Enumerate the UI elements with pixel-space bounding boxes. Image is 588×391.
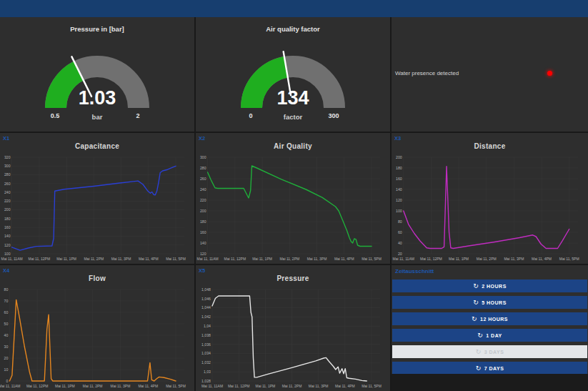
svg-text:Mai 11, 11AM: Mai 11, 11AM — [0, 384, 20, 388]
svg-text:Mai 11, 1PM: Mai 11, 1PM — [55, 384, 75, 388]
svg-text:180: 180 — [200, 219, 206, 224]
svg-text:Mai 11, 4PM: Mai 11, 4PM — [138, 384, 158, 388]
air-quality-chart[interactable]: 300280260240220200180160140120Mai 11, 11… — [196, 152, 390, 263]
panel-tag-x1: X1 — [3, 135, 9, 142]
pressure-chart[interactable]: 1,0481,0461,0441,0421,041,0381,0361,0341… — [196, 284, 390, 390]
svg-text:Mai 11, 2PM: Mai 11, 2PM — [477, 257, 497, 261]
svg-text:Mai 11, 1PM: Mai 11, 1PM — [449, 257, 469, 261]
svg-text:Mai 11, 5PM: Mai 11, 5PM — [362, 257, 382, 261]
top-nav-bar — [0, 0, 588, 17]
time-range-button-1-day[interactable]: ↻ 1 DAY — [392, 329, 587, 342]
distance-chart-panel: X3 Distance 20018016014012010080604020Ma… — [392, 133, 588, 264]
air-quality-gauge-panel: Air quality factor 1340300factor — [196, 17, 390, 132]
refresh-icon: ↻ — [473, 300, 479, 306]
svg-text:Mai 11, 5PM: Mai 11, 5PM — [166, 384, 186, 388]
svg-text:80: 80 — [398, 219, 402, 224]
svg-text:180: 180 — [396, 166, 402, 170]
svg-text:Mai 11, 1PM: Mai 11, 1PM — [255, 384, 275, 388]
svg-text:Mai 11, 11AM: Mai 11, 11AM — [1, 257, 23, 261]
svg-text:1,034: 1,034 — [201, 351, 211, 355]
svg-text:Mai 11, 5PM: Mai 11, 5PM — [362, 384, 382, 388]
svg-text:160: 160 — [200, 230, 206, 234]
time-range-button-2-hours[interactable]: ↻ 2 HOURS — [392, 279, 587, 292]
svg-text:200: 200 — [4, 207, 11, 212]
pressure-chart-panel: X5 Pressure 1,0481,0461,0441,0421,041,03… — [196, 265, 390, 391]
svg-text:Mai 11, 3PM: Mai 11, 3PM — [504, 257, 524, 261]
svg-text:140: 140 — [200, 241, 206, 245]
air-quality-gauge: 1340300factor — [196, 17, 390, 132]
svg-text:80: 80 — [4, 287, 9, 292]
svg-text:1,03: 1,03 — [204, 370, 211, 374]
refresh-icon: ↻ — [476, 349, 482, 355]
pressure-gauge-panel: Pressure in [bar] 1.030.52bar — [0, 17, 194, 132]
water-presence-label: Water presence detected — [395, 70, 459, 76]
svg-text:Mai 11, 12PM: Mai 11, 12PM — [228, 384, 249, 388]
refresh-icon: ↻ — [472, 316, 477, 322]
svg-text:1,028: 1,028 — [201, 379, 211, 383]
time-range-button-label: 1 DAY — [486, 333, 502, 338]
pressure-gauge: 1.030.52bar — [0, 17, 194, 132]
svg-text:0: 0 — [249, 112, 252, 119]
svg-text:240: 240 — [200, 187, 206, 192]
flow-chart[interactable]: 80706050403020100Mai 11, 11AMMai 11, 12P… — [0, 284, 194, 390]
svg-text:Mai 11, 4PM: Mai 11, 4PM — [334, 257, 354, 261]
svg-text:280: 280 — [200, 166, 206, 170]
distance-chart-title: Distance — [392, 142, 588, 152]
time-range-button-label: 3 DAYS — [484, 350, 504, 355]
svg-text:Mai 11, 2PM: Mai 11, 2PM — [282, 384, 302, 388]
svg-text:Mai 11, 1PM: Mai 11, 1PM — [252, 257, 272, 261]
water-presence-row: Water presence detected — [392, 70, 588, 76]
panel-bottom-strip — [392, 374, 588, 391]
svg-text:20: 20 — [4, 356, 9, 360]
pressure-gauge-title: Pressure in [bar] — [0, 25, 194, 33]
svg-text:60: 60 — [4, 310, 9, 315]
time-range-button-label: 2 HOURS — [482, 284, 507, 289]
svg-text:1,04: 1,04 — [204, 324, 211, 328]
svg-text:140: 140 — [396, 187, 402, 192]
svg-text:260: 260 — [4, 182, 11, 186]
svg-text:70: 70 — [4, 299, 9, 303]
svg-text:Mai 11, 12PM: Mai 11, 12PM — [420, 257, 442, 261]
svg-text:120: 120 — [200, 252, 206, 256]
svg-text:140: 140 — [4, 234, 11, 238]
svg-text:bar: bar — [92, 113, 103, 121]
capacitance-chart-title: Capacitance — [0, 142, 194, 152]
svg-text:320: 320 — [4, 155, 11, 159]
svg-text:280: 280 — [4, 172, 11, 177]
svg-text:0: 0 — [6, 379, 9, 383]
flow-chart-panel: X4 Flow 80706050403020100Mai 11, 11AMMai… — [0, 265, 194, 391]
svg-text:1,042: 1,042 — [201, 315, 211, 319]
svg-text:Mai 11, 2PM: Mai 11, 2PM — [84, 257, 104, 261]
time-range-button-12-hours[interactable]: ↻ 12 HOURS — [392, 312, 587, 325]
svg-text:240: 240 — [4, 190, 11, 194]
svg-text:260: 260 — [200, 177, 206, 181]
svg-text:60: 60 — [398, 230, 402, 234]
svg-text:220: 220 — [200, 198, 206, 202]
svg-text:Mai 11, 3PM: Mai 11, 3PM — [111, 384, 131, 388]
panel-tag-x3: X3 — [394, 135, 401, 142]
refresh-icon: ↻ — [477, 332, 483, 339]
time-range-button-5-hours[interactable]: ↻ 5 HOURS — [392, 296, 587, 309]
svg-text:Mai 11, 12PM: Mai 11, 12PM — [26, 384, 48, 388]
panel-tag-x4: X4 — [3, 267, 9, 274]
svg-text:Mai 11, 3PM: Mai 11, 3PM — [111, 257, 131, 261]
svg-text:Mai 11, 11AM: Mai 11, 11AM — [197, 257, 219, 261]
time-range-button-7-days[interactable]: ↻ 7 DAYS — [392, 362, 587, 375]
time-range-button-label: 5 HOURS — [482, 300, 507, 305]
svg-text:Mai 11, 3PM: Mai 11, 3PM — [307, 257, 327, 261]
svg-text:30: 30 — [4, 345, 9, 349]
air-quality-chart-title: Air Quality — [196, 142, 390, 152]
time-range-button-3-days[interactable]: ↻ 3 DAYS — [392, 345, 587, 358]
distance-chart[interactable]: 20018016014012010080604020Mai 11, 11AMMa… — [392, 152, 588, 263]
refresh-icon: ↻ — [476, 365, 482, 372]
svg-text:1,044: 1,044 — [201, 305, 211, 310]
svg-text:20: 20 — [398, 252, 402, 256]
svg-text:Mai 11, 3PM: Mai 11, 3PM — [309, 384, 329, 388]
air-quality-gauge-title: Air quality factor — [196, 25, 390, 33]
capacitance-chart[interactable]: 320300280260240220200180160140120100Mai … — [0, 152, 194, 263]
svg-text:Mai 11, 4PM: Mai 11, 4PM — [532, 257, 552, 261]
svg-text:Mai 11, 1PM: Mai 11, 1PM — [56, 257, 76, 261]
svg-text:Mai 11, 11AM: Mai 11, 11AM — [393, 257, 414, 261]
svg-text:Mai 11, 12PM: Mai 11, 12PM — [29, 257, 50, 261]
svg-text:Mai 11, 12PM: Mai 11, 12PM — [224, 257, 246, 261]
